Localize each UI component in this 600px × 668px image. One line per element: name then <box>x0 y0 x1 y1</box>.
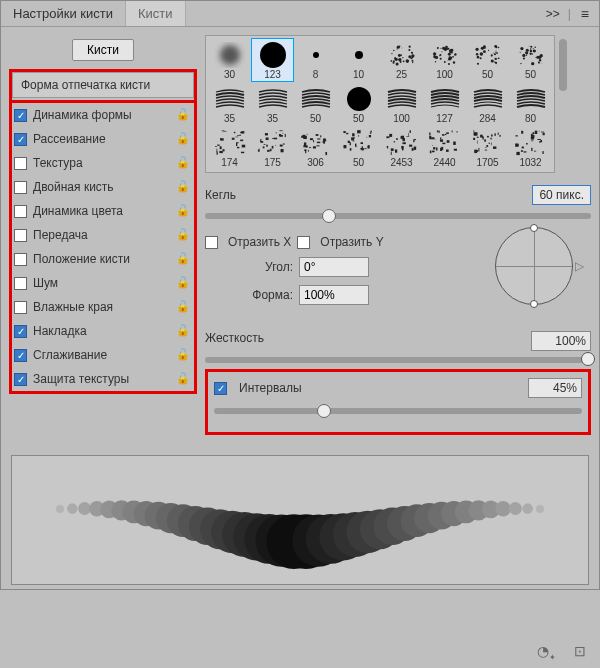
svg-point-326 <box>67 503 77 513</box>
preset-size-label: 123 <box>264 69 281 80</box>
lock-icon[interactable]: 🔓 <box>176 276 190 290</box>
flip-x-checkbox[interactable] <box>205 236 218 249</box>
svg-rect-291 <box>474 150 477 153</box>
spacing-slider[interactable] <box>214 408 582 414</box>
brush-preset[interactable]: 50 <box>466 38 509 82</box>
toggle-preview-icon[interactable]: ◔✦ <box>537 643 556 662</box>
collapse-chevrons-icon[interactable]: >> <box>538 7 568 21</box>
svg-rect-135 <box>240 140 243 142</box>
brush-preset[interactable]: 174 <box>208 126 251 170</box>
setting-checkbox[interactable] <box>14 253 27 266</box>
brush-preset[interactable]: 50 <box>509 38 552 82</box>
roundness-input[interactable] <box>299 285 369 305</box>
brush-preset[interactable]: 50 <box>337 126 380 170</box>
panel-menu-icon[interactable]: ≡ <box>571 6 599 22</box>
lock-icon[interactable]: 🔓 <box>176 204 190 218</box>
brush-preset[interactable]: 100 <box>380 82 423 126</box>
setting-row[interactable]: Влажные края🔓 <box>12 295 194 319</box>
size-label: Кегль <box>205 188 236 202</box>
setting-row[interactable]: ✓Защита текстуры🔓 <box>12 367 194 391</box>
lock-icon[interactable]: 🔓 <box>176 348 190 362</box>
svg-rect-188 <box>303 136 306 139</box>
hardness-input[interactable]: 100% <box>531 331 591 351</box>
spacing-input[interactable]: 45% <box>528 378 582 398</box>
angle-widget[interactable]: ▷ <box>495 227 591 313</box>
setting-checkbox[interactable] <box>14 277 27 290</box>
setting-row[interactable]: ✓Динамика формы🔓 <box>12 103 194 127</box>
setting-checkbox[interactable] <box>14 301 27 314</box>
preset-size-label: 1032 <box>519 157 541 168</box>
size-slider[interactable] <box>205 213 591 219</box>
setting-row[interactable]: Шум🔓 <box>12 271 194 295</box>
brush-preset[interactable]: 35 <box>208 82 251 126</box>
brush-preset[interactable]: 284 <box>466 82 509 126</box>
svg-rect-235 <box>396 138 398 140</box>
spacing-checkbox[interactable]: ✓ <box>214 382 227 395</box>
tab-brushes[interactable]: Кисти <box>126 1 186 26</box>
brush-preset[interactable]: 30 <box>208 38 251 82</box>
setting-row[interactable]: Динамика цвета🔓 <box>12 199 194 223</box>
setting-checkbox[interactable]: ✓ <box>14 133 27 146</box>
brush-preset[interactable]: 80 <box>509 82 552 126</box>
brush-preset[interactable]: 2453 <box>380 126 423 170</box>
setting-row[interactable]: Текстура🔓 <box>12 151 194 175</box>
lock-icon[interactable]: 🔓 <box>176 300 190 314</box>
preset-size-label: 100 <box>393 113 410 124</box>
svg-rect-317 <box>515 135 518 136</box>
brush-preset[interactable]: 25 <box>380 38 423 82</box>
brushes-button[interactable]: Кисти <box>72 39 134 61</box>
brush-preset[interactable]: 100 <box>423 38 466 82</box>
setting-checkbox[interactable] <box>14 205 27 218</box>
setting-checkbox[interactable] <box>14 181 27 194</box>
lock-icon[interactable]: 🔓 <box>176 132 190 146</box>
setting-checkbox[interactable] <box>14 229 27 242</box>
lock-icon[interactable]: 🔓 <box>176 252 190 266</box>
brush-preset[interactable]: 8 <box>294 38 337 82</box>
brush-preset[interactable]: 175 <box>251 126 294 170</box>
setting-row[interactable]: Двойная кисть🔓 <box>12 175 194 199</box>
setting-checkbox[interactable]: ✓ <box>14 373 27 386</box>
angle-input[interactable] <box>299 257 369 277</box>
brush-preset[interactable]: 127 <box>423 82 466 126</box>
setting-checkbox[interactable]: ✓ <box>14 325 27 338</box>
brush-preset[interactable]: 1032 <box>509 126 552 170</box>
setting-row[interactable]: ✓Накладка🔓 <box>12 319 194 343</box>
setting-row[interactable]: Передача🔓 <box>12 223 194 247</box>
brush-preset-grid[interactable]: 3012381025100505035355050100127284801741… <box>205 35 555 173</box>
setting-row[interactable]: ✓Сглаживание🔓 <box>12 343 194 367</box>
flip-y-checkbox[interactable] <box>297 236 310 249</box>
setting-checkbox[interactable]: ✓ <box>14 349 27 362</box>
lock-icon[interactable]: 🔓 <box>176 324 190 338</box>
lock-icon[interactable]: 🔓 <box>176 228 190 242</box>
svg-point-33 <box>397 54 400 57</box>
brush-preset[interactable]: 35 <box>251 82 294 126</box>
svg-rect-161 <box>258 149 259 150</box>
svg-rect-261 <box>432 145 433 146</box>
preset-size-label: 50 <box>310 113 321 124</box>
brush-preset[interactable]: 10 <box>337 38 380 82</box>
brush-preset[interactable]: 50 <box>294 82 337 126</box>
setting-row[interactable]: ✓Рассеивание🔓 <box>12 127 194 151</box>
svg-rect-314 <box>541 132 544 133</box>
svg-rect-259 <box>446 149 449 151</box>
lock-icon[interactable]: 🔓 <box>176 108 190 122</box>
setting-checkbox[interactable]: ✓ <box>14 109 27 122</box>
tab-brush-settings[interactable]: Настройки кисти <box>1 1 126 26</box>
brush-preset[interactable]: 1705 <box>466 126 509 170</box>
preset-scrollbar[interactable] <box>559 39 567 91</box>
brush-tip-shape-header[interactable]: Форма отпечатка кисти <box>12 72 194 98</box>
setting-row[interactable]: Положение кисти🔓 <box>12 247 194 271</box>
lock-icon[interactable]: 🔓 <box>176 372 190 386</box>
new-preset-icon[interactable]: ⊡ <box>574 643 586 662</box>
lock-icon[interactable]: 🔓 <box>176 156 190 170</box>
brush-preset[interactable]: 306 <box>294 126 337 170</box>
svg-point-16 <box>396 46 399 49</box>
brush-preset[interactable]: 123 <box>251 38 294 82</box>
brush-preset[interactable]: 2440 <box>423 126 466 170</box>
size-input[interactable]: 60 пикс. <box>532 185 591 205</box>
lock-icon[interactable]: 🔓 <box>176 180 190 194</box>
hardness-slider[interactable] <box>205 357 591 363</box>
setting-checkbox[interactable] <box>14 157 27 170</box>
setting-label: Передача <box>33 228 176 242</box>
brush-preset[interactable]: 50 <box>337 82 380 126</box>
